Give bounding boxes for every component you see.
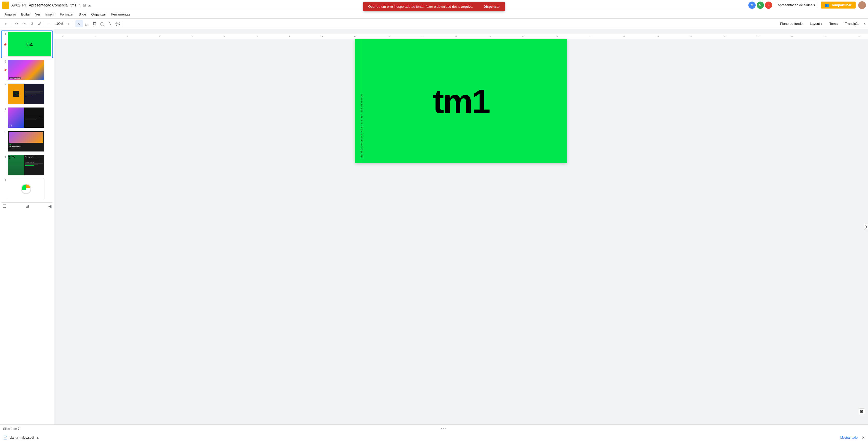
title-icons: ☆ ⊡ ☁	[78, 3, 91, 7]
add-button[interactable]: ＋	[2, 20, 9, 27]
tab-tema[interactable]: Tema	[827, 21, 841, 27]
slide-thumbnail-4: tm1	[8, 107, 44, 128]
slide-thumbnail-1: tm1	[8, 32, 52, 57]
slide-canvas[interactable]: tm1 brand experience • live streaming • …	[355, 39, 567, 164]
slide-num-1: 1	[3, 32, 6, 35]
error-banner: Ocorreu um erro inesperado ao tentar faz…	[363, 2, 505, 11]
thumb-6-values: Nossos valores	[25, 161, 43, 163]
dot-2	[443, 428, 444, 429]
slide-num-4: 4	[3, 107, 6, 111]
svg-rect-2	[4, 5, 7, 5]
ruler-horizontal: 1 2 3 4 5 6 7 8 9 10 11 12 13 14 15 16 1…	[54, 34, 868, 39]
tab-plano-de-fundo[interactable]: Plano de fundo	[777, 21, 805, 27]
download-filename: planta maluca.pdf	[9, 436, 34, 439]
ruler-marks: 1 2 3 4 5 6 7 8 9 10 11 12 13 14 15 16 1…	[57, 35, 865, 38]
toolbar: ＋ ↶ ↷ ⎙ 🖌 − 100% + ↖ ⬚ 🖼 ◯ ╲ 💬 Plano de …	[0, 19, 868, 29]
shapes-tool[interactable]: ◯	[99, 20, 106, 27]
frame-tool[interactable]: ⬚	[83, 20, 90, 27]
undo-button[interactable]: ↶	[13, 20, 20, 27]
collapse-panel-button[interactable]: ◀	[48, 204, 52, 209]
slide-area: 1 2 3 4 5 6 7 8 9 10 11 12 13 14 15 16 1…	[54, 29, 868, 424]
cursor-tool[interactable]: ↖	[75, 20, 83, 27]
menu-formatar[interactable]: Formatar	[57, 11, 76, 17]
share-icon: 👥	[825, 3, 829, 7]
thumb-6-label: Nosso propósito	[25, 156, 43, 158]
show-all-button[interactable]: Mostrar tudo	[840, 436, 858, 439]
slide-thumb-6[interactable]: 6 ');"> Nosso propósito Nossos valores	[2, 154, 53, 177]
menu-editar[interactable]: Editar	[19, 11, 33, 17]
thumb-1-text: tm1	[26, 42, 33, 47]
download-close-button[interactable]: ✕	[862, 436, 865, 440]
download-chevron[interactable]: ▲	[36, 436, 39, 439]
avatar-group: G M P	[748, 2, 772, 9]
list-view-button[interactable]: ☰	[3, 204, 6, 209]
slide-left-line	[360, 39, 360, 164]
main-content: 1 tm1 📌 2 brand experience _____________…	[0, 29, 868, 424]
tab-layout[interactable]: Layout ▾	[807, 21, 826, 27]
slides-app-label: Apresentação de slides	[778, 3, 812, 7]
avatar-1: G	[748, 2, 755, 9]
line-tool[interactable]: ╲	[106, 20, 114, 27]
comment-tool[interactable]: 💬	[114, 20, 121, 27]
menu-organizar[interactable]: Organizar	[89, 11, 108, 17]
slide-num-6: 6	[3, 155, 6, 158]
share-label: Compartilhar	[831, 3, 851, 7]
folder-icon[interactable]: ⊡	[83, 3, 86, 7]
bottom-dots	[441, 428, 446, 429]
file-title: AP02_PT_Apresentação Comercial_tm1	[11, 3, 76, 7]
slide-logo-text: tm1	[433, 85, 489, 118]
slide-thumb-4[interactable]: 4 tm1	[2, 106, 53, 129]
menu-bar: Arquivo Editar Ver Inserir Formatar Slid…	[0, 10, 868, 19]
menu-ver[interactable]: Ver	[33, 11, 43, 17]
toolbar-collapse-button[interactable]: ∧	[864, 22, 866, 26]
app-icon	[2, 2, 9, 9]
slide-thumb-5[interactable]: 5 tm1 Por que existimos? — — — — — — —	[2, 130, 53, 153]
pdf-icon: 📄	[3, 436, 7, 440]
slides-dropdown[interactable]: Apresentação de slides ▾	[775, 2, 818, 8]
fit-zoom-button[interactable]: ⊞	[860, 409, 863, 413]
slide-panel: 1 tm1 📌 2 brand experience _____________…	[0, 29, 54, 424]
download-bar: 📄 planta maluca.pdf ▲ Mostrar tudo ✕	[0, 433, 868, 442]
dismiss-button[interactable]: Dispensar	[484, 5, 500, 8]
thumb-2-text: _________________________	[19, 76, 40, 78]
slide-thumbnail-3: tm1	[8, 84, 44, 104]
slide-thumbnail-7	[8, 179, 44, 199]
thumb-5-label: Por que existimos?	[9, 146, 43, 147]
zoom-in-button[interactable]: +	[65, 20, 72, 27]
collapse-right-button[interactable]: ❯	[864, 224, 868, 230]
avatar-2: M	[757, 2, 764, 9]
slide-thumbnail-6: ');"> Nosso propósito Nossos valores	[8, 155, 44, 176]
pin-icon-2: 📌	[4, 69, 7, 71]
star-icon[interactable]: ☆	[78, 3, 82, 7]
slide-count: Slide 1 de 7	[3, 427, 20, 431]
slide-thumbnail-2: brand experience _______________________…	[8, 60, 44, 80]
slide-thumb-2[interactable]: 2 brand experience _____________________…	[2, 59, 53, 82]
slide-thumb-3[interactable]: 3 tm1	[2, 83, 53, 105]
slide-thumbnail-5: tm1 Por que existimos? — — — — — — —	[8, 131, 44, 152]
dot-3	[445, 428, 446, 429]
image-tool[interactable]: 🖼	[91, 20, 98, 27]
pin-icon-1: 📌	[4, 43, 7, 46]
menu-slide[interactable]: Slide	[76, 11, 89, 17]
tab-transicao[interactable]: Transição	[842, 21, 863, 27]
grid-view-button[interactable]: ⊞	[26, 204, 29, 209]
share-button[interactable]: 👥 Compartilhar	[821, 2, 856, 8]
print-button[interactable]: ⎙	[28, 20, 35, 27]
menu-ferramentas[interactable]: Ferramentas	[108, 11, 133, 17]
slide-thumb-7[interactable]: 7	[2, 178, 53, 200]
slide-num-5: 5	[3, 131, 6, 135]
slide-thumb-1[interactable]: 1 tm1 📌	[2, 31, 53, 58]
cloud-icon[interactable]: ☁	[88, 3, 91, 7]
user-avatar[interactable]	[858, 1, 866, 9]
zoom-control: ⊞	[858, 408, 865, 414]
svg-rect-1	[4, 4, 7, 4]
paint-format-button[interactable]: 🖌	[36, 20, 43, 27]
bottom-bar: Slide 1 de 7	[0, 424, 868, 433]
zoom-value: 100%	[54, 22, 64, 26]
zoom-out-button[interactable]: −	[46, 20, 54, 27]
top-bar: Ocorreu um erro inesperado ao tentar faz…	[0, 0, 868, 10]
menu-inserir[interactable]: Inserir	[43, 11, 57, 17]
redo-button[interactable]: ↷	[21, 20, 28, 27]
separator-4	[123, 21, 123, 26]
menu-arquivo[interactable]: Arquivo	[2, 11, 19, 17]
